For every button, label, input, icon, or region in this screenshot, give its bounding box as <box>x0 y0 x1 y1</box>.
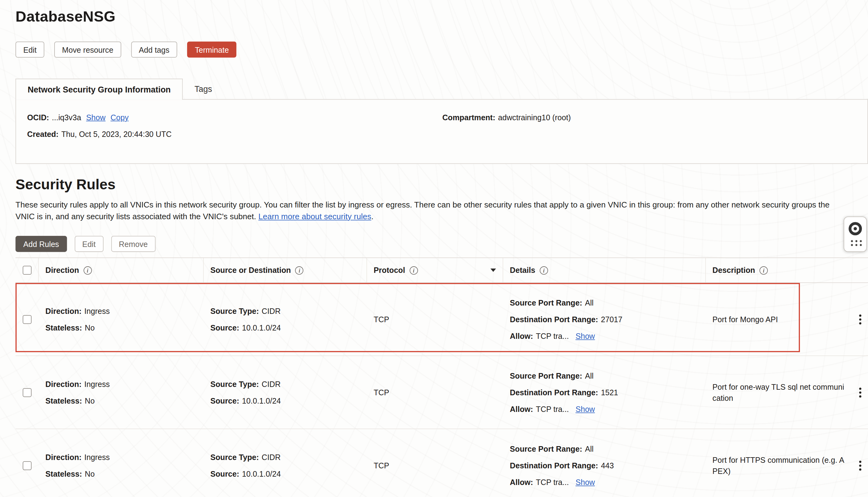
show-rule-link[interactable]: Show <box>576 478 595 486</box>
created-value: Thu, Oct 5, 2023, 20:44:30 UTC <box>61 129 172 139</box>
source-port-value: All <box>585 444 594 453</box>
direction-value: Ingress <box>85 380 110 388</box>
ocid-show-link[interactable]: Show <box>86 113 105 122</box>
created-label: Created: <box>27 129 59 139</box>
source-value: 10.0.1.0/24 <box>242 469 281 478</box>
terminate-button[interactable]: Terminate <box>187 42 237 58</box>
row-checkbox[interactable] <box>23 315 32 324</box>
table-row: Direction:Ingress Stateless:No Source Ty… <box>15 356 868 429</box>
move-resource-button[interactable]: Move resource <box>54 42 121 58</box>
source-value: 10.0.1.0/24 <box>242 396 281 405</box>
stateless-value: No <box>85 396 95 405</box>
source-type-value: CIDR <box>262 307 280 315</box>
details-cell: Source Port Range:All Destination Port R… <box>503 368 706 417</box>
tab-nsg-information-label: Network Security Group Information <box>28 85 171 94</box>
description-period: . <box>371 212 373 221</box>
compartment-line: Compartment:adwctraining10 (root) <box>442 112 856 123</box>
header-direction: Direction <box>39 258 204 282</box>
protocol-cell: TCP <box>367 388 503 397</box>
source-cell: Source Type:CIDR Source:10.0.1.0/24 <box>204 449 367 482</box>
source-type-label: Source Type: <box>210 307 259 315</box>
info-icon[interactable] <box>410 266 418 274</box>
source-port-value: All <box>585 298 594 307</box>
dest-port-label: Destination Port Range: <box>510 461 598 470</box>
source-type-value: CIDR <box>262 380 280 388</box>
description-value: Port for Mongo API <box>712 315 778 324</box>
source-port-label: Source Port Range: <box>510 298 582 307</box>
kebab-menu-icon[interactable] <box>859 387 861 389</box>
created-line: Created:Thu, Oct 5, 2023, 20:44:30 UTC <box>27 129 442 140</box>
security-rules-description: These security rules apply to all VNICs … <box>15 199 850 222</box>
header-actions-cell <box>853 258 868 282</box>
header-protocol: Protocol <box>367 258 503 282</box>
description-cell: Port for HTTPS communication (e.g. APEX) <box>706 454 853 477</box>
stateless-label: Stateless: <box>45 323 82 332</box>
details-cell: Source Port Range:All Destination Port R… <box>503 295 706 344</box>
direction-cell: Direction:Ingress Stateless:No <box>39 449 204 482</box>
learn-more-link[interactable]: Learn more about security rules <box>258 212 371 221</box>
edit-rule-button[interactable]: Edit <box>75 236 104 252</box>
dots-grid-icon[interactable] <box>849 239 862 246</box>
nsg-details-page: DatabaseNSG Edit Move resource Add tags … <box>0 0 868 497</box>
source-port-label: Source Port Range: <box>510 444 582 453</box>
header-details-label: Details <box>510 266 535 275</box>
direction-value: Ingress <box>85 453 110 462</box>
info-icon[interactable] <box>295 266 304 274</box>
kebab-menu-icon[interactable] <box>859 314 861 316</box>
chevron-down-icon[interactable] <box>490 269 496 272</box>
ocid-value: ...iq3v3a <box>52 113 81 122</box>
tab-nsg-information[interactable]: Network Security Group Information <box>15 79 183 100</box>
description-cell: Port for Mongo API <box>706 314 853 325</box>
source-type-label: Source Type: <box>210 453 259 462</box>
show-rule-link[interactable]: Show <box>576 404 595 413</box>
add-rules-button[interactable]: Add Rules <box>15 236 67 252</box>
row-checkbox-cell <box>15 388 39 397</box>
source-port-value: All <box>585 371 594 380</box>
direction-label: Direction: <box>45 380 81 388</box>
remove-rule-button[interactable]: Remove <box>111 236 155 252</box>
description-value: Port for one-way TLS sql net communicati… <box>712 382 844 402</box>
header-source-or-destination: Source or Destination <box>204 258 367 282</box>
allow-value: TCP tra... <box>536 331 569 340</box>
tab-tags[interactable]: Tags <box>183 79 223 99</box>
tab-bar: Network Security Group Information Tags <box>15 79 868 99</box>
table-row: Direction:Ingress Stateless:No Source Ty… <box>15 429 868 497</box>
protocol-value: TCP <box>374 315 389 324</box>
info-icon[interactable] <box>84 266 92 274</box>
source-value: 10.0.1.0/24 <box>242 323 281 332</box>
header-description-label: Description <box>712 265 755 275</box>
source-cell: Source Type:CIDR Source:10.0.1.0/24 <box>204 302 367 336</box>
show-rule-link[interactable]: Show <box>576 331 595 340</box>
floating-widget[interactable] <box>844 216 867 252</box>
camera-lens-icon[interactable] <box>849 222 862 235</box>
row-checkbox-cell <box>15 315 39 324</box>
allow-value: TCP tra... <box>536 404 569 413</box>
tab-tags-label: Tags <box>194 84 212 94</box>
security-rules-heading: Security Rules <box>15 176 868 193</box>
row-checkbox[interactable] <box>23 461 32 470</box>
row-checkbox-cell <box>15 461 39 470</box>
allow-value: TCP tra... <box>536 478 569 486</box>
ocid-copy-link[interactable]: Copy <box>111 113 129 122</box>
allow-label: Allow: <box>510 331 533 340</box>
edit-button[interactable]: Edit <box>15 42 44 58</box>
info-left-column: OCID:...iq3v3aShowCopy Created:Thu, Oct … <box>27 112 442 151</box>
kebab-menu-icon[interactable] <box>859 460 861 463</box>
rules-toolbar: Add Rules Edit Remove <box>15 236 868 252</box>
info-icon[interactable] <box>540 266 548 274</box>
direction-cell: Direction:Ingress Stateless:No <box>39 376 204 409</box>
table-header-row: Direction Source or Destination Protocol… <box>15 258 868 283</box>
protocol-cell: TCP <box>367 315 503 324</box>
stateless-value: No <box>85 323 95 332</box>
allow-label: Allow: <box>510 478 533 486</box>
select-all-checkbox[interactable] <box>23 266 31 275</box>
stateless-value: No <box>85 469 95 478</box>
row-checkbox[interactable] <box>23 388 32 397</box>
header-source-label: Source or Destination <box>210 266 291 275</box>
header-checkbox-cell <box>15 258 39 282</box>
details-cell: Source Port Range:All Destination Port R… <box>503 441 706 491</box>
info-icon[interactable] <box>760 266 768 274</box>
direction-value: Ingress <box>85 307 110 315</box>
description-cell: Port for one-way TLS sql net communicati… <box>706 381 853 403</box>
add-tags-button[interactable]: Add tags <box>131 42 177 58</box>
